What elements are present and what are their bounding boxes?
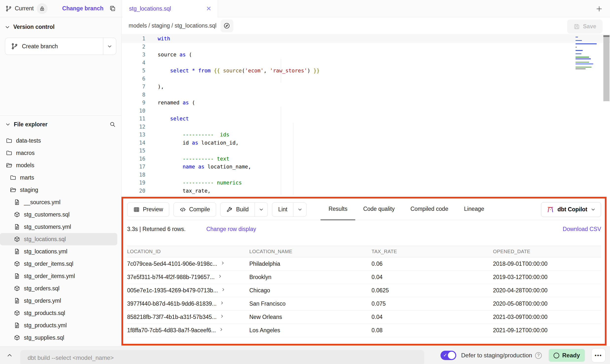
line-number: 20: [122, 188, 145, 194]
file-tree-item-models[interactable]: models: [0, 159, 117, 171]
branch-header: Current Change branch: [0, 0, 121, 17]
cell: 1f8ffa70-7cb5-4d83-8a7f-9aceef6...: [127, 324, 249, 337]
file-tree-item--sources-yml[interactable]: __sources.yml: [0, 196, 117, 208]
line-number: 5: [122, 68, 145, 74]
ready-label: Ready: [562, 352, 580, 359]
tab-lineage[interactable]: Lineage: [456, 199, 492, 220]
file-tree-item-stg-orders-yml[interactable]: stg_orders.yml: [0, 295, 117, 307]
editor-scrollbar[interactable]: [603, 35, 610, 101]
expand-row-icon[interactable]: [221, 288, 225, 292]
expand-row-icon[interactable]: [220, 314, 224, 318]
build-label: Build: [236, 206, 249, 213]
sidebar: Current Change branch Version control Cr…: [0, 0, 121, 347]
panel-tabs: Results Code quality Compiled code Linea…: [321, 199, 492, 220]
file-name: stg_customers.sql: [24, 211, 69, 218]
tab-results[interactable]: Results: [321, 199, 355, 220]
expand-row-icon[interactable]: [220, 301, 224, 305]
chevron-down-icon[interactable]: [5, 122, 10, 127]
lineage-compass-button[interactable]: [220, 19, 233, 32]
file-name: stg_orders.sql: [24, 285, 59, 292]
branch-name: Current: [15, 5, 34, 12]
folder-icon: [6, 150, 13, 156]
save-icon: [574, 23, 580, 30]
chevron-down-icon[interactable]: [5, 25, 10, 30]
file-tree-item-staging[interactable]: staging: [0, 184, 117, 196]
download-csv-link[interactable]: Download CSV: [563, 226, 601, 232]
tab-compiled-code[interactable]: Compiled code: [403, 199, 456, 220]
cell: 2018-09-01T00:00:00: [493, 257, 601, 270]
copy-branch-icon[interactable]: [109, 5, 116, 12]
file-tree: data-testsmacrosmodelsmartsstaging__sour…: [0, 132, 121, 344]
tab-stg-locations[interactable]: stg_locations.sql ✕: [123, 0, 218, 17]
create-branch-button[interactable]: Create branch: [5, 38, 116, 55]
file-tree-item-data-tests[interactable]: data-tests: [0, 134, 117, 147]
compile-label: Compile: [189, 206, 210, 213]
dbt-copilot-button[interactable]: dbt Copilot: [541, 202, 601, 217]
file-name: stg_orders.yml: [24, 298, 61, 304]
file-name: stg_locations.sql: [24, 236, 66, 243]
file-tree-item-stg-order-items-yml[interactable]: stg_order_items.yml: [0, 270, 117, 282]
change-branch-link[interactable]: Change branch: [62, 5, 103, 12]
file-tree-item-stg-products-yml[interactable]: stg_products.yml: [0, 319, 117, 331]
code-line-14: 14 id as location_id,: [122, 139, 610, 147]
expand-row-icon[interactable]: [219, 328, 223, 331]
minimap[interactable]: [576, 37, 597, 70]
save-button[interactable]: Save: [567, 19, 603, 33]
cell: New Orleans: [249, 311, 372, 324]
column-header-opened_date: OPENED_DATE: [493, 246, 601, 257]
line-number: 6: [122, 76, 145, 82]
file-tree-item-stg-customers-sql[interactable]: stg_customers.sql: [0, 208, 117, 221]
lint-button[interactable]: Lint: [272, 202, 306, 217]
line-number: 17: [122, 164, 145, 170]
close-tab-icon[interactable]: ✕: [206, 5, 211, 13]
file-tree-item-stg-customers-yml[interactable]: stg_customers.yml: [0, 221, 117, 233]
change-row-display-link[interactable]: Change row display: [206, 226, 256, 232]
command-input[interactable]: dbt build --select <model_name>: [20, 350, 424, 364]
create-branch-label: Create branch: [22, 43, 58, 50]
file-tree-item-stg-supplies-sql[interactable]: stg_supplies.sql: [0, 331, 117, 344]
doc-icon: [14, 298, 20, 304]
git-branch-icon: [5, 5, 12, 12]
file-name: macros: [16, 150, 34, 156]
build-dropdown[interactable]: [255, 203, 268, 216]
lock-icon: [39, 6, 45, 11]
doc-icon: [14, 322, 20, 329]
status-circle-icon: [554, 353, 559, 358]
dbt-copilot-label: dbt Copilot: [558, 206, 587, 213]
file-tree-item-stg-orders-sql[interactable]: stg_orders.sql: [0, 282, 117, 295]
folder-open-icon: [10, 187, 17, 193]
expand-row-icon[interactable]: [218, 274, 222, 278]
file-name: data-tests: [16, 137, 41, 144]
file-tree-item-macros[interactable]: macros: [0, 147, 117, 159]
table-icon: [133, 206, 140, 213]
file-tree-item-marts[interactable]: marts: [0, 171, 117, 184]
search-icon[interactable]: [109, 121, 116, 128]
file-tree-item-stg-order-items-sql[interactable]: stg_order_items.sql: [0, 258, 117, 270]
file-tree-item-stg-products-sql[interactable]: stg_products.sql: [0, 307, 117, 319]
cell: 0.075: [372, 297, 493, 310]
code-line-5: 5 select * from {{ source('ecom', 'raw_s…: [122, 67, 610, 75]
file-tree-item-stg-locations-yml[interactable]: stg_locations.yml: [0, 245, 117, 258]
build-button[interactable]: Build: [220, 202, 268, 217]
file-name: __sources.yml: [24, 199, 60, 206]
chevron-down-icon: [259, 207, 264, 212]
branch-lock-chip: [37, 3, 48, 14]
more-options-button[interactable]: •••: [591, 348, 606, 363]
file-tree-item-stg-locations-sql[interactable]: stg_locations.sql: [0, 233, 117, 245]
cell: San Francisco: [249, 297, 372, 310]
collapse-panel-button[interactable]: [4, 352, 15, 358]
new-tab-button[interactable]: [595, 4, 604, 13]
code-editor[interactable]: 1with23source as (45 select * from {{ so…: [122, 35, 610, 197]
line-number: 9: [122, 100, 145, 106]
results-table: LOCATION_IDLOCATION_NAMETAX_RATEOPENED_D…: [127, 246, 601, 337]
tab-code-quality[interactable]: Code quality: [355, 199, 403, 220]
defer-toggle[interactable]: ✓: [441, 351, 456, 360]
lint-dropdown[interactable]: [293, 203, 306, 216]
expand-row-icon[interactable]: [221, 261, 225, 265]
preview-button[interactable]: Preview: [127, 202, 169, 217]
compile-button[interactable]: Compile: [173, 202, 216, 217]
ready-status-badge[interactable]: Ready: [549, 349, 585, 362]
help-icon[interactable]: ?: [535, 352, 542, 359]
create-branch-dropdown[interactable]: [103, 38, 116, 55]
code-line-19: 19 ---------- numerics: [122, 179, 610, 187]
